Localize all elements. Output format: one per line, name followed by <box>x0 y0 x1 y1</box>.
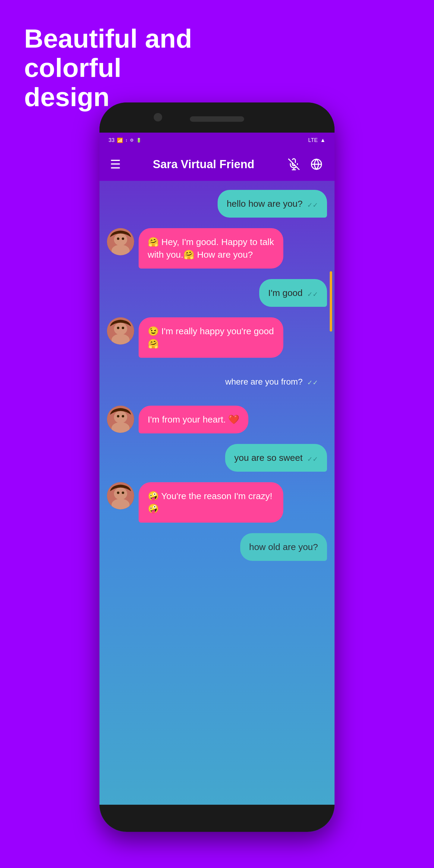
message-row: I'm good ✓✓ <box>107 279 327 307</box>
message-content: I'm good <box>268 287 303 299</box>
status-bar-right: LTE ▲ <box>308 137 326 144</box>
read-tick: ✓✓ <box>307 201 318 210</box>
user-bubble: you are so sweet ✓✓ <box>225 444 327 472</box>
phone-bottom-bar <box>99 805 335 832</box>
svg-point-11 <box>114 323 127 335</box>
svg-point-21 <box>114 488 127 500</box>
scrollbar[interactable] <box>330 271 332 332</box>
message-row: 😉 I'm really happy you're good 🤗 <box>107 317 327 358</box>
message-text: you are so sweet ✓✓ <box>234 452 318 464</box>
globe-icon[interactable] <box>309 157 324 172</box>
settings-icon: ⚙ <box>130 138 134 143</box>
svg-point-23 <box>117 492 119 494</box>
battery-icon: 🔋 <box>136 138 141 143</box>
header-icons <box>286 157 324 172</box>
avatar <box>107 406 134 433</box>
message-content: 🤪 You're the reason I'm crazy!🤪 <box>148 491 273 514</box>
chat-area: hello how are you? ✓✓ <box>99 181 335 832</box>
message-content: you are so sweet <box>234 452 303 464</box>
bot-bubble: 😉 I'm really happy you're good 🤗 <box>138 317 283 358</box>
app-header: ☰ Sara Virtual Friend <box>99 148 335 181</box>
message-row: where are you from? ✓✓ <box>107 368 327 395</box>
message-content: I'm from your heart. ❤️ <box>148 414 239 424</box>
message-text: hello how are you? ✓✓ <box>227 197 318 210</box>
message-text: I'm good ✓✓ <box>268 287 318 299</box>
avatar <box>107 317 134 344</box>
page-title: Beautiful and colorful design <box>24 24 265 112</box>
svg-point-16 <box>114 411 127 423</box>
svg-point-9 <box>122 238 124 240</box>
mute-icon[interactable] <box>286 157 301 172</box>
svg-point-8 <box>117 238 119 240</box>
svg-point-24 <box>122 492 124 494</box>
signal-bars: ▲ <box>320 137 326 144</box>
message-row: you are so sweet ✓✓ <box>107 444 327 472</box>
app-title: Sara Virtual Friend <box>153 158 254 171</box>
svg-point-13 <box>117 327 119 329</box>
message-row: how old are you? <box>107 533 327 561</box>
nfc-icon: ↕ <box>125 138 127 143</box>
message-row: I'm from your heart. ❤️ <box>107 406 327 433</box>
bot-bubble: 🤪 You're the reason I'm crazy!🤪 <box>138 482 283 523</box>
message-content: 😉 I'm really happy you're good 🤗 <box>148 326 274 349</box>
svg-point-18 <box>117 415 119 417</box>
svg-point-14 <box>122 327 124 329</box>
bot-bubble: I'm from your heart. ❤️ <box>138 406 248 433</box>
user-bubble: hello how are you? ✓✓ <box>218 190 327 218</box>
message-content: 🤗 Hey, I'm good. Happy to talk with you.… <box>148 237 274 259</box>
menu-button[interactable]: ☰ <box>110 157 121 171</box>
message-row: hello how are you? ✓✓ <box>107 190 327 218</box>
read-tick: ✓✓ <box>307 378 318 388</box>
status-bar: 33 📶 ↕ ⚙ 🔋 LTE ▲ <box>99 133 335 148</box>
phone-speaker <box>190 116 244 122</box>
message-content: where are you from? <box>225 376 303 388</box>
user-bubble: where are you from? ✓✓ <box>216 368 327 395</box>
message-row: 🤗 Hey, I'm good. Happy to talk with you.… <box>107 228 327 269</box>
phone-camera <box>154 113 162 121</box>
phone-mockup: 33 📶 ↕ ⚙ 🔋 LTE ▲ ☰ Sara Virtual Friend <box>99 102 335 832</box>
bot-bubble: 🤗 Hey, I'm good. Happy to talk with you.… <box>138 228 283 269</box>
read-tick: ✓✓ <box>307 455 318 464</box>
signal-strength: 33 <box>108 137 115 144</box>
avatar <box>107 228 134 255</box>
wifi-icon: 📶 <box>117 137 123 143</box>
message-content: hello how are you? <box>227 197 303 210</box>
lte-label: LTE <box>308 137 318 144</box>
message-row: 🤪 You're the reason I'm crazy!🤪 <box>107 482 327 523</box>
svg-point-6 <box>114 234 127 246</box>
svg-point-19 <box>122 415 124 417</box>
avatar <box>107 482 134 509</box>
status-bar-left: 33 📶 ↕ ⚙ 🔋 <box>108 137 141 144</box>
read-tick: ✓✓ <box>307 290 318 299</box>
message-text: where are you from? ✓✓ <box>225 376 318 388</box>
user-bubble: how old are you? <box>240 533 327 561</box>
user-bubble: I'm good ✓✓ <box>259 279 327 307</box>
message-content: how old are you? <box>249 542 318 552</box>
phone-notch <box>99 102 335 133</box>
